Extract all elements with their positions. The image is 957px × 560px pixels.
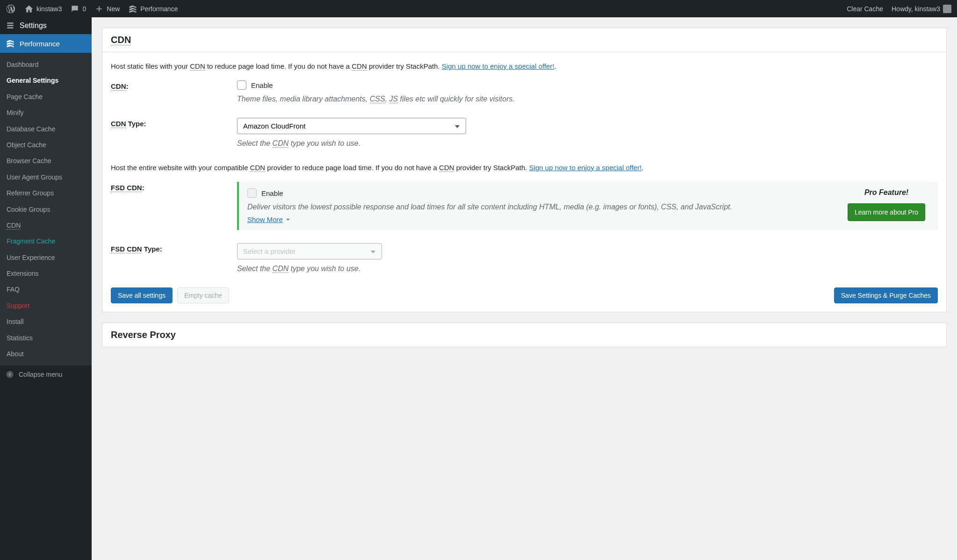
performance-link[interactable]: Performance	[128, 4, 178, 14]
fsd-enable-text: Enable	[261, 189, 283, 197]
learn-more-pro-button[interactable]: Learn more about Pro	[848, 203, 925, 221]
sidebar-item-dashboard[interactable]: Dashboard	[0, 57, 92, 72]
sidebar-item-fragment-cache[interactable]: Fragment Cache	[0, 233, 92, 249]
fsd-intro-text: Host the entire website with your compat…	[111, 162, 938, 173]
sidebar-item-ua-groups[interactable]: User Agent Groups	[0, 169, 92, 185]
cdn-enable-label: CDN:	[111, 80, 237, 105]
account-link[interactable]: Howdy, kinstaw3	[892, 5, 951, 13]
sidebar-item-db-cache[interactable]: Database Cache	[0, 121, 92, 137]
cdn-type-select[interactable]: Amazon CloudFront	[237, 118, 466, 134]
sidebar-heading-settings[interactable]: Settings	[0, 17, 92, 34]
sidebar-item-object-cache[interactable]: Object Cache	[0, 137, 92, 153]
cdn-enable-checkbox[interactable]	[237, 80, 246, 90]
chevron-down-icon	[285, 216, 291, 223]
clear-cache-link[interactable]: Clear Cache	[847, 5, 883, 13]
sidebar-item-page-cache[interactable]: Page Cache	[0, 89, 92, 105]
save-all-settings-button[interactable]: Save all settings	[111, 287, 173, 303]
empty-cache-button: Empty cache	[177, 287, 229, 303]
fsd-signup-link[interactable]: Sign up now to enjoy a special offer!	[529, 164, 642, 172]
cdn-enable-text: Enable	[251, 81, 273, 89]
sidebar-item-about[interactable]: About	[0, 346, 92, 362]
cdn-enable-desc: Theme files, media library attachments, …	[237, 93, 938, 105]
fsd-desc: Deliver visitors the lowest possible res…	[247, 201, 836, 213]
collapse-menu-button[interactable]: Collapse menu	[0, 366, 92, 383]
cdn-type-desc: Select the CDN type you wish to use.	[237, 138, 938, 149]
show-more-link[interactable]: Show More	[247, 215, 291, 223]
fsd-cdn-type-desc: Select the CDN type you wish to use.	[237, 263, 938, 274]
performance-label: Performance	[140, 5, 178, 13]
reverse-proxy-panel-title: Reverse Proxy	[102, 323, 947, 347]
site-name: kinstaw3	[36, 5, 62, 13]
pro-feature-label: Pro Feature!	[843, 188, 929, 197]
sidebar-item-user-experience[interactable]: User Experience	[0, 250, 92, 266]
site-link[interactable]: kinstaw3	[24, 4, 62, 14]
sidebar-item-referrer-groups[interactable]: Referrer Groups	[0, 185, 92, 201]
pro-feature-box: Enable Deliver visitors the lowest possi…	[237, 182, 938, 230]
main-content: CDN Host static files with your CDN to r…	[92, 17, 957, 560]
sidebar-item-browser-cache[interactable]: Browser Cache	[0, 153, 92, 169]
sidebar-item-install[interactable]: Install	[0, 314, 92, 330]
comments-count: 0	[82, 5, 86, 13]
fsd-cdn-label: FSD CDN:	[111, 182, 237, 243]
sidebar-item-general[interactable]: General Settings	[0, 72, 92, 88]
sidebar-item-support[interactable]: Support	[0, 298, 92, 314]
comments-link[interactable]: 0	[70, 4, 86, 14]
admin-bar: kinstaw3 0 New Performance Clear Cache H…	[0, 0, 957, 17]
sidebar-item-statistics[interactable]: Statistics	[0, 330, 92, 346]
howdy-text: Howdy, kinstaw3	[892, 5, 940, 13]
new-label: New	[107, 5, 120, 13]
sidebar-item-minify[interactable]: Minify	[0, 105, 92, 121]
admin-sidebar: Settings Performance Dashboard General S…	[0, 17, 92, 560]
sidebar-item-extensions[interactable]: Extensions	[0, 266, 92, 281]
sidebar-item-performance[interactable]: Performance	[0, 34, 92, 53]
fsd-enable-checkbox	[247, 188, 257, 198]
sidebar-item-cdn[interactable]: CDN	[0, 217, 92, 233]
cdn-type-label: CDN Type:	[111, 118, 237, 149]
svg-point-0	[7, 371, 14, 378]
avatar-icon	[943, 5, 951, 13]
cdn-panel-title: CDN	[102, 28, 946, 52]
sidebar-submenu: Dashboard General Settings Page Cache Mi…	[0, 53, 92, 366]
fsd-cdn-type-label: FSD CDN Type:	[111, 243, 237, 274]
cdn-panel: CDN Host static files with your CDN to r…	[102, 28, 947, 312]
sidebar-item-cookie-groups[interactable]: Cookie Groups	[0, 201, 92, 217]
sidebar-item-faq[interactable]: FAQ	[0, 281, 92, 297]
cdn-intro-text: Host static files with your CDN to reduc…	[111, 61, 938, 72]
new-link[interactable]: New	[94, 4, 120, 14]
wp-logo[interactable]	[6, 4, 16, 14]
save-purge-button[interactable]: Save Settings & Purge Caches	[834, 287, 938, 303]
fsd-cdn-type-select: Select a provider	[237, 243, 382, 259]
cdn-signup-link[interactable]: Sign up now to enjoy a special offer!	[442, 62, 554, 70]
